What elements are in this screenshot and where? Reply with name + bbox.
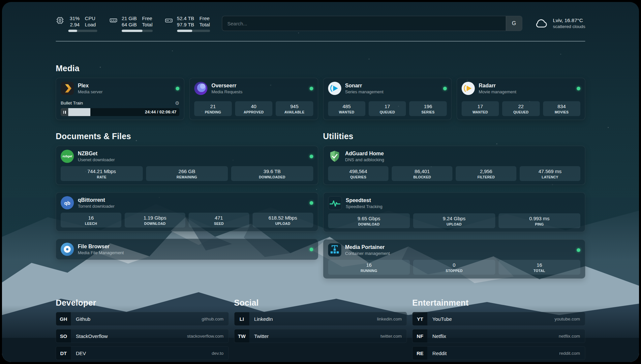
stat-value: 22 xyxy=(504,103,538,109)
bookmark-domain: reddit.com xyxy=(559,351,580,356)
card-qbittorrent[interactable]: qb qBittorrent Torrent downloader 16LEEC… xyxy=(56,192,318,231)
stat-box: 1.19 GbpsDOWNLOAD xyxy=(125,213,185,228)
bookmark-domain: linkedin.com xyxy=(377,317,402,321)
adguard-icon xyxy=(328,150,341,163)
plex-subtitle: Media server xyxy=(78,89,103,95)
nzbget-title: NZBGet xyxy=(78,150,115,157)
bookmark-group-social: Social LI LinkedIn linkedin.com TW Twitt… xyxy=(234,298,407,360)
bookmark-domain: dev.to xyxy=(212,351,224,356)
stat-box: 0.993 msPING xyxy=(499,213,581,228)
cpu-usage-bar xyxy=(68,30,97,32)
dashboard-content: 31% CPU 2.94 Load 21 GiB xyxy=(2,2,639,362)
stat-box: 16LEECH xyxy=(61,213,121,228)
stat-label: SERIES xyxy=(411,110,445,114)
bookmark-abbr: LI xyxy=(234,312,249,325)
memory-total-value: 64 GiB xyxy=(122,21,137,28)
stat-label: PING xyxy=(500,222,579,227)
stat-box: 21PENDING xyxy=(194,101,231,116)
card-adguard-home[interactable]: AdGuard Home DNS and adblocking 498,564Q… xyxy=(323,146,586,185)
card-media-portainer[interactable]: Media Portainer Container management 16R… xyxy=(323,239,586,279)
stat-label: QUERIES xyxy=(329,175,387,179)
stat-label: LEECH xyxy=(62,222,120,226)
stat-value: 498,564 xyxy=(329,168,387,174)
weather-condition: scattered clouds xyxy=(553,24,585,29)
search-input[interactable] xyxy=(222,21,506,26)
stat-label: TOTAL xyxy=(500,269,579,273)
bookmark-domain: stackoverflow.com xyxy=(187,334,223,339)
overseerr-icon xyxy=(194,82,207,95)
stat-value: 47.569 ms xyxy=(521,168,579,174)
section-title-developer: Developer xyxy=(56,298,229,308)
stat-label: RATE xyxy=(62,175,141,179)
stat-label: APPROVED xyxy=(236,110,271,114)
memory-usage-bar xyxy=(122,30,153,32)
bookmark-netflix[interactable]: NF Netflix netflix.com xyxy=(412,329,585,343)
disk-free-value: 52.4 TB xyxy=(177,15,194,21)
section-documents-files: Documents & Files nzbget NZBGet Usenet d… xyxy=(56,131,318,260)
plex-widget-settings-gear-icon[interactable]: ⚙ xyxy=(175,100,179,106)
bookmark-github[interactable]: GH Github github.com xyxy=(56,312,229,326)
filebrowser-status-dot xyxy=(310,248,313,251)
stat-value: 834 xyxy=(544,103,579,109)
card-plex[interactable]: Plex Media server Bullet Train ⚙ xyxy=(56,78,184,120)
section-media: Media Plex Media server xyxy=(56,63,585,120)
bookmark-twitter[interactable]: TW Twitter twitter.com xyxy=(234,329,407,343)
header-divider xyxy=(56,41,585,42)
speedtest-subtitle: Speedtest Tracking xyxy=(346,204,382,209)
bookmark-youtube[interactable]: YT YouTube youtube.com xyxy=(412,312,585,326)
plex-player-bar: 24:44 / 02:06:47 xyxy=(61,108,179,116)
stat-box: 16RUNNING xyxy=(328,260,410,275)
stat-box: 744.21 MbpsRATE xyxy=(61,166,143,181)
card-overseerr[interactable]: Overseerr Media Requests 21PENDING 40APP… xyxy=(189,78,318,120)
disk-icon xyxy=(165,16,173,25)
stat-value: 0 xyxy=(414,262,494,268)
card-speedtest[interactable]: Speedtest Speedtest Tracking 9.65 GbpsDO… xyxy=(323,192,586,232)
stat-box: 9.65 GbpsDOWNLOAD xyxy=(328,213,410,228)
search-provider-button[interactable]: G xyxy=(506,16,522,31)
bookmark-group-entertainment: Entertainment YT YouTube youtube.com NF … xyxy=(412,298,585,360)
card-sonarr[interactable]: Sonarr Series management 485WANTED 17QUE… xyxy=(323,78,452,120)
stat-value: 17 xyxy=(463,103,498,109)
nzbget-icon: nzbget xyxy=(61,150,74,163)
overseerr-title: Overseerr xyxy=(211,82,242,89)
weather-widget: Lviv, 16.87°C scattered clouds xyxy=(534,16,585,30)
stat-box: 22QUEUED xyxy=(502,101,539,116)
stat-value: 39.6 TB xyxy=(232,168,312,174)
stat-label: DOWNLOAD xyxy=(126,222,184,226)
bookmark-abbr: SO xyxy=(56,329,71,343)
bookmark-name: StackOverflow xyxy=(76,333,108,339)
adguard-subtitle: DNS and adblocking xyxy=(345,157,384,163)
stat-box: 834MOVIES xyxy=(543,101,580,116)
bookmark-stackoverflow[interactable]: SO StackOverflow stackoverflow.com xyxy=(56,329,229,343)
disk-usage-bar xyxy=(177,30,210,32)
bookmark-group-developer: Developer GH Github github.com SO StackO… xyxy=(56,298,229,360)
stat-label: DOWNLOADED xyxy=(232,175,312,179)
portainer-status-dot xyxy=(577,248,580,252)
bookmark-reddit[interactable]: RE Reddit reddit.com xyxy=(412,346,585,360)
stat-box: 17WANTED xyxy=(462,101,499,116)
stat-box: 498,564QUERIES xyxy=(328,166,389,181)
stat-label: STOPPED xyxy=(414,269,494,273)
stat-value: 266 GB xyxy=(147,168,227,174)
card-nzbget[interactable]: nzbget NZBGet Usenet downloader 744.21 M… xyxy=(56,146,318,185)
plex-title: Plex xyxy=(78,82,103,89)
stat-value: 86,401 xyxy=(393,168,451,174)
bookmark-name: LinkedIn xyxy=(254,316,273,322)
stat-box: 17QUEUED xyxy=(369,101,406,116)
overseerr-subtitle: Media Requests xyxy=(211,89,242,95)
section-title-utilities: Utilities xyxy=(323,131,586,141)
cpu-usage-label: CPU xyxy=(85,15,97,21)
pause-icon[interactable] xyxy=(61,108,68,116)
stat-value: 196 xyxy=(411,103,445,109)
qbittorrent-title: qBittorrent xyxy=(78,197,114,203)
bookmark-abbr: GH xyxy=(56,312,71,325)
memory-widget: 21 GiB Free 64 GiB Total xyxy=(109,15,153,32)
card-filebrowser[interactable]: File Browser Media File Management xyxy=(56,239,318,260)
stat-value: 485 xyxy=(329,103,364,109)
radarr-title: Radarr xyxy=(479,82,516,89)
card-radarr[interactable]: Radarr Movie management 17WANTED 22QUEUE… xyxy=(457,78,585,120)
bookmark-dev[interactable]: DT DEV dev.to xyxy=(56,346,229,360)
bookmark-linkedin[interactable]: LI LinkedIn linkedin.com xyxy=(234,312,407,326)
stat-box: 39.6 TBDOWNLOADED xyxy=(231,166,313,181)
sonarr-title: Sonarr xyxy=(345,82,383,89)
